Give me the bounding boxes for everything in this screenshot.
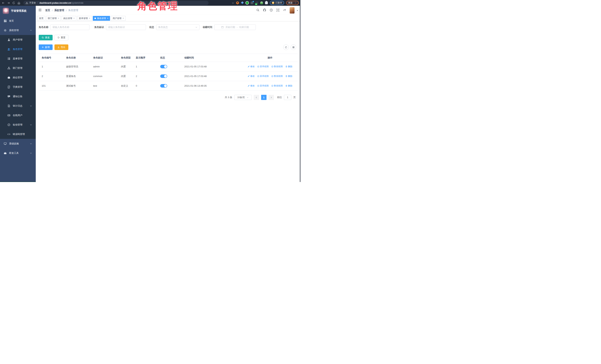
cell-name: 测试账号: [63, 81, 90, 91]
close-tab-icon[interactable]: ×: [58, 17, 59, 20]
tab-部门管理[interactable]: 部门管理×: [46, 16, 61, 21]
chevron-down-icon: [30, 105, 32, 107]
action-删除[interactable]: 删除: [285, 75, 292, 78]
status-select[interactable]: 角色状态: [156, 24, 200, 30]
date-range-picker[interactable]: 开始日期 - 结束日期: [214, 24, 256, 30]
close-tab-icon[interactable]: ×: [73, 17, 75, 20]
action-数据权限[interactable]: 数据权限: [271, 84, 283, 87]
status-switch[interactable]: [160, 74, 167, 78]
breadcrumb-home[interactable]: 首页: [45, 9, 50, 12]
action-删除[interactable]: 删除: [285, 65, 292, 68]
reset-button[interactable]: 重置: [54, 35, 68, 40]
app-logo[interactable]: 芋道管理系统: [0, 6, 36, 15]
cell-id: 1: [39, 62, 63, 71]
chrome-menu-icon[interactable]: ⋮: [294, 1, 297, 4]
close-tab-icon[interactable]: ×: [89, 17, 90, 20]
profile-paused-pill[interactable]: 已暂停: [270, 1, 284, 5]
sidebar-toggle-icon[interactable]: [38, 8, 42, 13]
column-settings-button[interactable]: [290, 44, 296, 50]
refresh-button[interactable]: [283, 44, 289, 50]
close-tab-icon[interactable]: ×: [107, 17, 108, 20]
action-删除[interactable]: 删除: [285, 84, 292, 87]
grid-blue-dot-ext-icon[interactable]: [250, 1, 253, 4]
status-switch[interactable]: [160, 84, 167, 88]
edit-icon: [248, 85, 250, 87]
role-name-input[interactable]: 请输入角色名称: [50, 24, 90, 30]
update-button[interactable]: 更新 ⋮: [286, 1, 299, 5]
add-button[interactable]: 新增: [39, 44, 53, 50]
page-1-button[interactable]: 1: [261, 95, 267, 100]
cell-type: 内置: [118, 62, 133, 71]
export-button[interactable]: 导出: [54, 44, 68, 50]
search-button[interactable]: 搜索: [39, 35, 53, 40]
search-icon[interactable]: [256, 9, 260, 12]
action-菜单权限[interactable]: 菜单权限: [257, 65, 269, 68]
home-icon[interactable]: [17, 1, 20, 4]
user-menu-caret-icon[interactable]: ▾: [297, 10, 298, 11]
puzzle-ext-icon[interactable]: [265, 1, 268, 4]
blue-gem-ext-icon[interactable]: [241, 1, 244, 4]
dark-on-badge-ext-icon[interactable]: [255, 1, 258, 4]
sidebar-item-toolbox[interactable]: 研发工具: [0, 148, 36, 158]
next-page-button[interactable]: [269, 95, 274, 100]
prev-page-button[interactable]: [254, 95, 259, 100]
close-tab-icon[interactable]: ×: [123, 17, 124, 20]
page-size-select[interactable]: 10条/页: [234, 95, 252, 100]
help-icon[interactable]: ?: [270, 9, 273, 12]
sidebar-item-gear[interactable]: 系统管理: [0, 26, 36, 35]
action-修改[interactable]: 修改: [248, 84, 255, 87]
action-数据权限[interactable]: 数据权限: [271, 75, 283, 78]
browser-chrome: 不安全 dashboard.yudao.iocoder.cn /system/r…: [0, 0, 300, 6]
tab-岗位管理[interactable]: 岗位管理×: [62, 16, 76, 21]
sidebar-item-code[interactable]: 错误码管理: [0, 129, 36, 139]
sidebar-item-tree[interactable]: 部门管理: [0, 63, 36, 73]
url-bar[interactable]: 不安全 dashboard.yudao.iocoder.cn /system/r…: [23, 1, 209, 5]
chevron-down-icon: [30, 152, 32, 154]
green-circle-ext-icon[interactable]: [246, 1, 249, 4]
column-header: 角色类型: [118, 54, 133, 62]
app-title: 芋道管理系统: [11, 9, 27, 13]
action-菜单权限[interactable]: 菜单权限: [257, 84, 269, 87]
user-avatar[interactable]: [290, 7, 294, 13]
edit-icon: [248, 66, 250, 68]
sidebar-item-badge[interactable]: 岗位管理: [0, 73, 36, 82]
sidebar-item-book[interactable]: 字典管理: [0, 82, 36, 92]
breadcrumb: 首页 / 系统管理 / 角色管理: [45, 9, 78, 12]
code-icon: [7, 133, 10, 136]
svg-text:T: T: [284, 9, 286, 11]
sidebar-item-dashboard[interactable]: 首页: [0, 16, 36, 26]
sidebar-item-list[interactable]: 菜单管理: [0, 54, 36, 63]
reload-icon[interactable]: [12, 1, 15, 4]
status-switch[interactable]: [160, 65, 167, 68]
bookmark-star-icon[interactable]: ☆: [232, 1, 234, 4]
font-size-icon[interactable]: TT: [283, 9, 286, 12]
action-数据权限[interactable]: 数据权限: [271, 65, 283, 68]
sidebar-item-monitor[interactable]: 基础设施: [0, 139, 36, 148]
tab-菜单管理[interactable]: 菜单管理×: [77, 16, 92, 21]
sidebar-item-sms[interactable]: 短信管理: [0, 120, 36, 129]
sidebar-item-user[interactable]: 用户管理: [0, 35, 36, 44]
sidebar-item-users[interactable]: 角色管理: [0, 44, 36, 54]
github-icon[interactable]: [263, 9, 266, 12]
goto-page-input[interactable]: 1: [284, 95, 291, 100]
tab-首页[interactable]: 首页: [37, 16, 45, 21]
forward-icon[interactable]: [7, 1, 10, 4]
back-icon[interactable]: [2, 1, 5, 4]
role-key-input[interactable]: 请输入角色标识: [106, 24, 146, 30]
action-修改[interactable]: 修改: [248, 75, 255, 78]
check-circle-icon: [271, 66, 273, 68]
check-circle-icon: [257, 66, 259, 68]
tab-角色管理[interactable]: 角色管理×: [93, 16, 110, 21]
action-修改[interactable]: 修改: [248, 65, 255, 68]
action-菜单权限[interactable]: 菜单权限: [257, 75, 269, 78]
breadcrumb-system[interactable]: 系统管理: [54, 9, 64, 12]
column-header: 操作: [242, 54, 298, 62]
fullscreen-icon[interactable]: [276, 9, 280, 12]
green-person-ext-icon[interactable]: [260, 1, 263, 4]
orange-circle-ext-icon[interactable]: [236, 1, 239, 4]
sidebar-item-idcard[interactable]: 在线用户: [0, 110, 36, 120]
sidebar-item-megaphone[interactable]: 通知公告: [0, 92, 36, 101]
tab-用户管理[interactable]: 用户管理×: [111, 16, 126, 21]
cell-name: 超级管理员: [63, 62, 90, 71]
sidebar-item-log[interactable]: 审计日志: [0, 101, 36, 110]
